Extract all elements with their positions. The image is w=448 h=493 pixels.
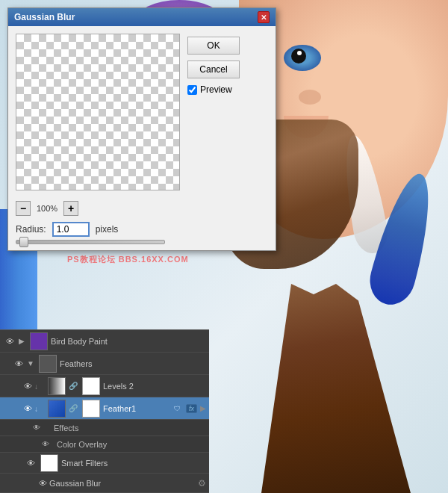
gaussian-blur-dialog: Gaussian Blur ✕ OK Cancel Preview − 100%… bbox=[7, 7, 276, 251]
dialog-preview-bottom: − 100% + bbox=[8, 198, 276, 219]
effects-label: Effects bbox=[54, 424, 78, 432]
smart-filters-row[interactable]: 👁 Smart Filters bbox=[0, 453, 209, 474]
radius-unit: pixels bbox=[96, 224, 119, 235]
indent-feather1: ↓ bbox=[34, 404, 45, 413]
radius-slider-track[interactable] bbox=[16, 240, 165, 244]
dialog-preview-canvas[interactable] bbox=[16, 34, 180, 190]
preview-checkbox[interactable] bbox=[187, 85, 197, 95]
layer-row-bird-body-paint[interactable]: 👁 ▶ Bird Body Paint bbox=[0, 330, 209, 353]
indent-levels2: ↓ bbox=[34, 382, 45, 391]
layer-mask-feather1 bbox=[82, 400, 100, 418]
visibility-eye-feathers[interactable]: 👁 bbox=[12, 357, 25, 370]
zoom-level-display: 100% bbox=[37, 204, 57, 213]
zoom-in-button[interactable]: + bbox=[63, 201, 78, 216]
dialog-body: OK Cancel Preview bbox=[8, 26, 276, 198]
layer-thumb-bird-body-paint bbox=[30, 332, 48, 350]
gaussian-blur-filter-label: Gaussian Blur bbox=[49, 479, 195, 488]
cancel-button[interactable]: Cancel bbox=[187, 61, 240, 78]
color-overlay-row: 👁 Color Overlay bbox=[0, 436, 209, 453]
radius-slider-thumb[interactable] bbox=[19, 237, 28, 247]
dialog-controls: OK Cancel Preview bbox=[187, 34, 240, 190]
layer-row-levels2[interactable]: 👁 ↓ 🔗 Levels 2 bbox=[0, 375, 209, 397]
layer-name-bird-body-paint: Bird Body Paint bbox=[51, 337, 206, 346]
gaussian-blur-options-icon[interactable]: ⚙ bbox=[198, 478, 206, 489]
gaussian-blur-layer-row[interactable]: 👁 Gaussian Blur ⚙ bbox=[0, 474, 209, 493]
layer-thumb-feathers bbox=[39, 355, 57, 373]
smart-filter-mask-thumb bbox=[40, 454, 58, 472]
radius-slider-row bbox=[8, 238, 276, 250]
visibility-eye-levels2[interactable]: 👁 bbox=[21, 379, 34, 393]
layers-panel: 👁 ▶ Bird Body Paint 👁 ▼ Feathers 👁 ↓ 🔗 L… bbox=[0, 329, 209, 493]
radius-label: Radius: bbox=[16, 224, 46, 235]
dialog-title-bar: Gaussian Blur ✕ bbox=[8, 8, 276, 26]
dialog-title: Gaussian Blur bbox=[14, 12, 75, 22]
layer-thumb-levels2 bbox=[48, 377, 66, 395]
color-overlay-label: Color Overlay bbox=[57, 440, 107, 449]
scroll-arrow-feather1[interactable]: ▶ bbox=[200, 404, 206, 412]
dialog-close-button[interactable]: ✕ bbox=[258, 11, 270, 23]
smart-filters-label: Smart Filters bbox=[61, 459, 206, 468]
visibility-eye-bird-body-paint[interactable]: 👁 bbox=[3, 335, 16, 348]
radius-row: Radius: pixels bbox=[8, 219, 276, 238]
radius-input[interactable] bbox=[52, 222, 90, 237]
layer-name-levels2: Levels 2 bbox=[103, 382, 206, 391]
layer-name-feathers: Feathers bbox=[60, 359, 206, 368]
link-icon-feather1: 🔗 bbox=[69, 404, 79, 412]
layer-mask-levels2 bbox=[82, 377, 100, 395]
visibility-eye-color-overlay[interactable]: 👁 bbox=[39, 440, 52, 448]
layer-name-feather1: Feather1 bbox=[103, 404, 171, 413]
watermark-text: PS教程论坛 BBS.16XX.COM bbox=[67, 254, 189, 265]
wood-art bbox=[261, 284, 411, 493]
ok-button[interactable]: OK bbox=[187, 37, 240, 55]
effects-header-row: 👁 Effects bbox=[0, 420, 209, 436]
fx-badge-feather1: fx bbox=[186, 404, 197, 413]
layer-row-feathers[interactable]: 👁 ▼ Feathers bbox=[0, 353, 209, 375]
zoom-out-button[interactable]: − bbox=[16, 201, 31, 216]
visibility-eye-effects[interactable]: 👁 bbox=[30, 424, 43, 432]
preview-checkbox-row: Preview bbox=[187, 84, 240, 95]
smart-filter-icon-feather1: 🛡 bbox=[171, 402, 184, 415]
preview-zoom-controls: − 100% + bbox=[16, 201, 78, 216]
preview-label: Preview bbox=[200, 84, 232, 95]
layer-thumb-feather1 bbox=[48, 400, 66, 418]
link-icon-levels2: 🔗 bbox=[69, 382, 79, 390]
visibility-eye-gaussian-blur[interactable]: 👁 bbox=[36, 477, 49, 490]
visibility-eye-feather1[interactable]: 👁 bbox=[21, 402, 34, 415]
layer-row-feather1[interactable]: 👁 ↓ 🔗 Feather1 🛡 fx ▶ bbox=[0, 397, 209, 420]
expand-arrow-bird-body-paint[interactable]: ▶ bbox=[16, 337, 27, 345]
expand-arrow-feathers[interactable]: ▼ bbox=[25, 359, 36, 368]
visibility-eye-smart-filters[interactable]: 👁 bbox=[24, 456, 37, 470]
